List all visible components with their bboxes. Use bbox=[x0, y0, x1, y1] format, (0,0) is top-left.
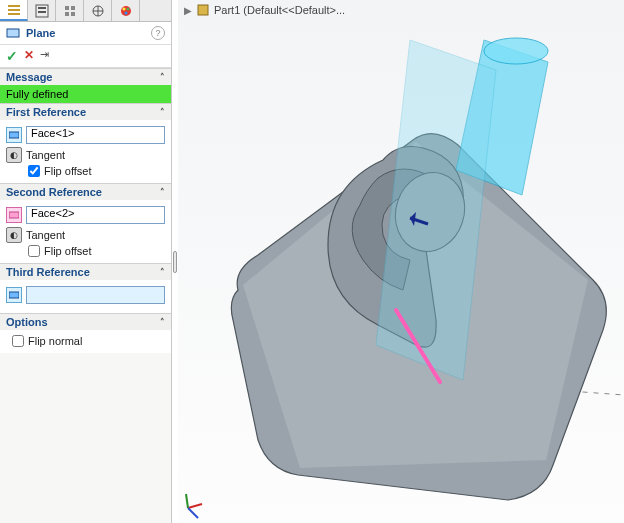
group-first-reference: First Reference ˄ Face<1> ◐ Tangent Flip… bbox=[0, 103, 171, 183]
group-first-reference-header[interactable]: First Reference ˄ bbox=[0, 104, 171, 120]
feature-header: Plane ? bbox=[0, 22, 171, 45]
svg-rect-9 bbox=[71, 12, 75, 16]
chevron-up-icon: ˄ bbox=[160, 187, 165, 197]
svg-rect-18 bbox=[9, 132, 19, 138]
svg-rect-0 bbox=[8, 5, 20, 7]
configuration-manager-icon bbox=[63, 4, 77, 18]
svg-line-29 bbox=[186, 494, 188, 508]
svg-rect-7 bbox=[71, 6, 75, 10]
tangent-icon[interactable]: ◐ bbox=[6, 227, 22, 243]
chevron-up-icon: ˄ bbox=[160, 107, 165, 117]
second-reference-input[interactable]: Face<2> bbox=[26, 206, 165, 224]
group-options-label: Options bbox=[6, 316, 48, 328]
ok-button[interactable]: ✓ bbox=[6, 48, 18, 64]
chevron-up-icon: ˄ bbox=[160, 317, 165, 327]
action-row: ✓ ✕ ⇥ bbox=[0, 45, 171, 68]
splitter-grip-icon bbox=[173, 251, 177, 273]
face-ref-icon[interactable] bbox=[6, 287, 22, 303]
svg-rect-8 bbox=[65, 12, 69, 16]
svg-rect-20 bbox=[9, 292, 19, 298]
svg-rect-6 bbox=[65, 6, 69, 10]
face-ref-icon[interactable] bbox=[6, 127, 22, 143]
tab-configuration-manager[interactable] bbox=[56, 0, 84, 21]
tangent-icon[interactable]: ◐ bbox=[6, 147, 22, 163]
flip-normal-checkbox[interactable] bbox=[12, 335, 24, 347]
chevron-up-icon: ˄ bbox=[160, 267, 165, 277]
group-message-label: Message bbox=[6, 71, 52, 83]
feature-manager-icon bbox=[7, 3, 21, 17]
svg-rect-1 bbox=[8, 9, 20, 11]
appearance-manager-icon bbox=[119, 4, 133, 18]
svg-rect-4 bbox=[38, 7, 46, 9]
svg-point-14 bbox=[122, 7, 125, 10]
svg-point-24 bbox=[484, 38, 548, 64]
svg-rect-17 bbox=[7, 29, 19, 37]
svg-rect-5 bbox=[38, 11, 46, 13]
status-fully-defined: Fully defined bbox=[0, 85, 171, 103]
manager-tabs bbox=[0, 0, 171, 22]
svg-rect-2 bbox=[8, 13, 20, 15]
graphics-viewport[interactable]: ▶ Part1 (Default<<Default>... bbox=[178, 0, 624, 523]
plane-icon bbox=[6, 26, 20, 40]
third-reference-input[interactable] bbox=[26, 286, 165, 304]
property-manager-panel: Plane ? ✓ ✕ ⇥ Message ˄ Fully defined Fi… bbox=[0, 0, 172, 523]
group-second-reference-label: Second Reference bbox=[6, 186, 102, 198]
property-manager-icon bbox=[35, 4, 49, 18]
svg-line-30 bbox=[188, 508, 198, 518]
tab-feature-manager[interactable] bbox=[0, 0, 28, 21]
tab-display-manager[interactable] bbox=[84, 0, 112, 21]
group-options: Options ˄ Flip normal bbox=[0, 313, 171, 353]
cancel-button[interactable]: ✕ bbox=[24, 48, 34, 64]
first-flip-offset-checkbox[interactable] bbox=[28, 165, 40, 177]
feature-title: Plane bbox=[26, 27, 145, 39]
face-ref-icon[interactable] bbox=[6, 207, 22, 223]
flip-normal-label: Flip normal bbox=[28, 335, 82, 347]
tab-appearance-manager[interactable] bbox=[112, 0, 140, 21]
first-flip-offset-label: Flip offset bbox=[44, 165, 92, 177]
pin-button[interactable]: ⇥ bbox=[40, 48, 49, 64]
second-reference-type: Tangent bbox=[26, 229, 65, 241]
display-manager-icon bbox=[91, 4, 105, 18]
group-third-reference-label: Third Reference bbox=[6, 266, 90, 278]
group-first-reference-label: First Reference bbox=[6, 106, 86, 118]
model-view[interactable] bbox=[178, 0, 624, 523]
group-second-reference-header[interactable]: Second Reference ˄ bbox=[0, 184, 171, 200]
second-flip-offset-checkbox[interactable] bbox=[28, 245, 40, 257]
svg-rect-19 bbox=[9, 212, 19, 218]
group-message: Message ˄ Fully defined bbox=[0, 68, 171, 103]
first-reference-input[interactable]: Face<1> bbox=[26, 126, 165, 144]
first-reference-type: Tangent bbox=[26, 149, 65, 161]
svg-point-16 bbox=[124, 11, 127, 14]
group-second-reference: Second Reference ˄ Face<2> ◐ Tangent Fli… bbox=[0, 183, 171, 263]
help-icon[interactable]: ? bbox=[151, 26, 165, 40]
svg-line-28 bbox=[188, 504, 202, 508]
group-message-header[interactable]: Message ˄ bbox=[0, 69, 171, 85]
group-third-reference: Third Reference ˄ bbox=[0, 263, 171, 313]
second-flip-offset-label: Flip offset bbox=[44, 245, 92, 257]
group-options-header[interactable]: Options ˄ bbox=[0, 314, 171, 330]
svg-point-15 bbox=[126, 7, 129, 10]
chevron-up-icon: ˄ bbox=[160, 72, 165, 82]
group-third-reference-header[interactable]: Third Reference ˄ bbox=[0, 264, 171, 280]
tab-property-manager[interactable] bbox=[28, 0, 56, 21]
